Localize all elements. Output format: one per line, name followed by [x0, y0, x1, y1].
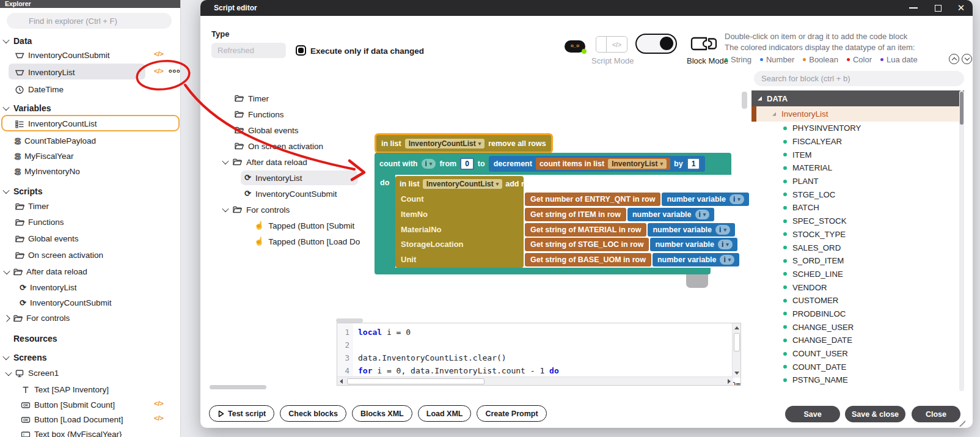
explorer-item-reload-inventorylist[interactable]: ⟳InventoryList — [20, 280, 76, 295]
list-dropdown[interactable]: InventoryCountList▾ — [405, 139, 485, 149]
explorer-item-counttablepayload[interactable]: SCountTablePayload — [15, 133, 96, 149]
tree-item-tapped-submit[interactable]: ☝Tapped (Button [Submit — [219, 218, 350, 233]
field-item[interactable]: SPEC_STOCK — [751, 215, 964, 228]
block-list-header[interactable]: DATA — [751, 90, 964, 106]
more-options-icon[interactable]: ooo — [169, 68, 181, 74]
block-list-scrollbar[interactable] — [959, 90, 964, 391]
code-icon[interactable]: </> — [154, 67, 163, 75]
explorer-item-on-screen-activation[interactable]: On screen activation — [15, 248, 103, 263]
field-item[interactable]: COUNT_USER — [751, 347, 964, 361]
scroll-right-icon[interactable] — [728, 379, 731, 384]
minimize-icon[interactable] — [905, 0, 921, 16]
section-variables[interactable]: Variables — [4, 100, 51, 116]
canvas-scrollbar-thumb[interactable] — [742, 92, 747, 109]
code-icon[interactable]: </> — [154, 400, 163, 407]
field-item[interactable]: VENDOR — [751, 281, 964, 294]
tree-item-tapped-load[interactable]: ☝Tapped (Button [Load Do — [219, 233, 350, 249]
block-decrement[interactable]: decrement count items in list InventoryL… — [489, 156, 706, 172]
execute-checkbox[interactable] — [296, 45, 306, 56]
canvas-scrollbar-mini[interactable] — [336, 318, 363, 323]
code-horizontal-scrollbar[interactable] — [337, 376, 733, 385]
tree-item-for-controls[interactable]: For controls — [219, 202, 350, 218]
explorer-item-inventorycountsubmit[interactable]: InventoryCountSubmit — [15, 48, 110, 63]
tree-item-timer[interactable]: Timer — [219, 90, 350, 106]
explorer-item-timer[interactable]: Timer — [15, 199, 49, 214]
field-item[interactable]: FISCALYEAR — [751, 135, 964, 149]
explorer-item-after-data-reload[interactable]: After data reload — [4, 264, 87, 279]
by-value[interactable]: 1 — [687, 158, 701, 170]
block-getter[interactable]: Get string of MATERIAL in row — [525, 223, 646, 237]
blocks-xml-button[interactable]: Blocks XML — [352, 405, 412, 422]
block-count-loop[interactable]: count with i▾ from 0 to decrement count … — [375, 153, 731, 175]
explorer-item-functions[interactable]: Functions — [15, 215, 64, 230]
list-dropdown[interactable]: InventoryCountList▾ — [423, 179, 503, 189]
close-button[interactable]: Close — [912, 406, 960, 422]
block-getter[interactable]: Get string of BASE_UOM in row — [525, 253, 651, 266]
field-item[interactable]: S_ORD_ITEM — [751, 254, 964, 268]
create-prompt-button[interactable]: Create Prompt — [477, 405, 546, 422]
field-item[interactable]: PRODBINLOC — [751, 307, 964, 321]
section-scripts[interactable]: Scripts — [4, 183, 42, 199]
block-add-row[interactable]: in list InventoryCountList▾ add row Coun… — [395, 176, 524, 268]
save-and-close-button[interactable]: Save & close — [845, 406, 905, 422]
section-resources[interactable]: Resources — [13, 331, 57, 346]
mode-toggle[interactable] — [635, 34, 677, 54]
save-button[interactable]: Save — [785, 406, 840, 422]
field-item[interactable]: CHANGE_USER — [751, 320, 964, 334]
field-item[interactable]: ITEM — [751, 148, 964, 161]
scrollbar-thumb[interactable] — [347, 378, 485, 384]
explorer-search-input[interactable] — [7, 13, 172, 29]
close-icon[interactable]: ✕ — [953, 0, 969, 16]
explorer-item-myinventoryno[interactable]: SMyInventoryNo — [15, 164, 80, 179]
explorer-item-reload-inventorycountsubmit[interactable]: ⟳InventoryCountSubmit — [20, 295, 111, 310]
test-script-button[interactable]: Test script — [209, 405, 274, 422]
section-screens[interactable]: Screens — [4, 350, 46, 365]
tree-item-inventorycountsubmit[interactable]: ⟳InventoryCountSubmit — [219, 186, 350, 202]
explorer-item-global-events[interactable]: Global events — [15, 231, 79, 246]
block-list-selected-item[interactable]: InventoryList — [751, 106, 964, 122]
scroll-left-icon[interactable] — [340, 379, 343, 384]
loop-variable-dropdown[interactable]: i▾ — [422, 159, 436, 169]
canvas-horizontal-scrollbar[interactable] — [210, 385, 266, 389]
explorer-item-text-sap-inventory[interactable]: Text [SAP Inventory] — [21, 382, 109, 397]
type-field[interactable] — [211, 43, 286, 58]
resize-handle[interactable] — [957, 419, 965, 427]
field-item[interactable]: STOCK_TYPE — [751, 228, 964, 241]
explorer-item-button-submit-count[interactable]: Button [Submit Count] — [21, 397, 115, 413]
block-list-scrollbar-thumb[interactable] — [960, 92, 964, 125]
collapse-all-icon[interactable] — [949, 54, 959, 64]
block-number-variable[interactable]: number variablei▾ — [650, 238, 737, 251]
explorer-item-inventorylist[interactable]: InventoryList — [15, 65, 75, 80]
field-item[interactable]: MATERIAL — [751, 161, 964, 175]
block-loop-body[interactable]: do — [375, 175, 395, 268]
block-count-items-in-list[interactable]: count items in list InventoryList▾ — [536, 158, 670, 170]
block-getter[interactable]: Get string of ITEM in row — [525, 208, 626, 221]
field-item[interactable]: PHYSINVENTORY — [751, 122, 964, 135]
code-icon[interactable]: </> — [154, 414, 163, 422]
block-number-variable[interactable]: number variablei▾ — [627, 208, 714, 221]
field-item[interactable]: PSTNG_NAME — [751, 373, 964, 387]
check-blocks-button[interactable]: Check blocks — [280, 405, 346, 422]
block-getter[interactable]: Get number of ENTRY_QNT in row — [525, 193, 660, 206]
tree-item-on-screen-activation[interactable]: On screen activation — [219, 138, 350, 154]
tree-item-inventorylist[interactable]: ⟳InventoryList — [219, 170, 350, 186]
block-getter[interactable]: Get string of STGE_LOC in row — [525, 238, 649, 251]
expand-all-icon[interactable] — [962, 54, 972, 64]
field-item[interactable]: COUNT_DATE — [751, 360, 964, 373]
field-item[interactable]: SALES_ORD — [751, 241, 964, 254]
tree-item-global-events[interactable]: Global events — [219, 122, 350, 138]
field-item[interactable]: PLANT — [751, 175, 964, 188]
explorer-item-textbox-myfiscalyear[interactable]: Text box {MyFiscalYear} — [21, 427, 122, 437]
explorer-item-for-controls[interactable]: For controls — [4, 310, 70, 326]
load-xml-button[interactable]: Load XML — [418, 405, 472, 422]
explorer-item-inventorycountlist[interactable]: InventoryCountList — [15, 116, 97, 131]
code-vertical-scrollbar[interactable] — [732, 323, 740, 378]
explorer-item-button-load-document[interactable]: Button [Load Document] — [21, 412, 123, 427]
block-remove-all-rows[interactable]: in list InventoryCountList▾ remove all r… — [375, 133, 553, 153]
section-data[interactable]: Data — [4, 33, 32, 48]
scroll-down-icon[interactable] — [734, 372, 739, 375]
tree-item-after-data-reload[interactable]: After data reload — [219, 154, 350, 170]
scroll-up-icon[interactable] — [734, 326, 739, 329]
maximize-icon[interactable] — [930, 0, 946, 16]
field-item[interactable]: CHANGE_DATE — [751, 334, 964, 347]
